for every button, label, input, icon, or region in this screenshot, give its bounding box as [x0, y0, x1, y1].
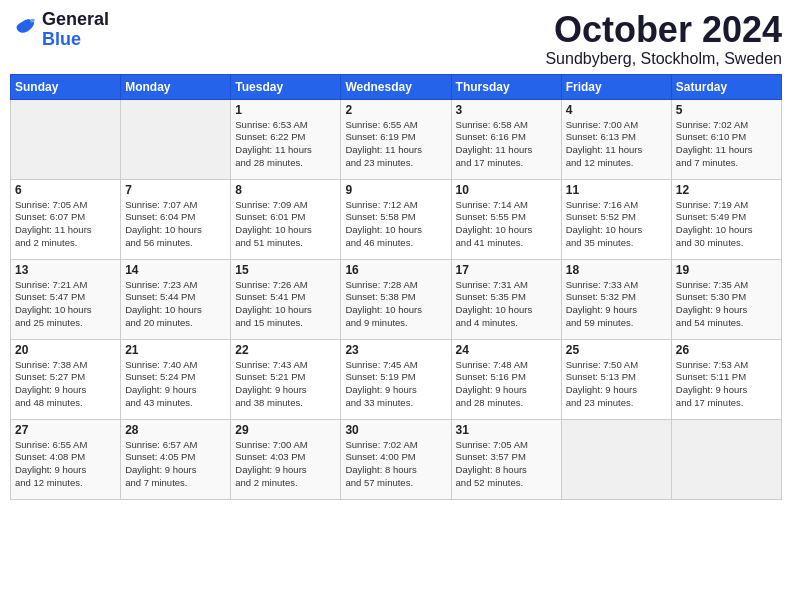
calendar-cell: 15Sunrise: 7:26 AM Sunset: 5:41 PM Dayli…: [231, 259, 341, 339]
cell-content: Sunrise: 7:48 AM Sunset: 5:16 PM Dayligh…: [456, 359, 557, 410]
calendar-cell: 31Sunrise: 7:05 AM Sunset: 3:57 PM Dayli…: [451, 419, 561, 499]
cell-content: Sunrise: 7:00 AM Sunset: 4:03 PM Dayligh…: [235, 439, 336, 490]
cell-content: Sunrise: 7:05 AM Sunset: 3:57 PM Dayligh…: [456, 439, 557, 490]
calendar-cell: [561, 419, 671, 499]
calendar-cell: 8Sunrise: 7:09 AM Sunset: 6:01 PM Daylig…: [231, 179, 341, 259]
day-number: 5: [676, 103, 777, 117]
calendar-cell: 2Sunrise: 6:55 AM Sunset: 6:19 PM Daylig…: [341, 99, 451, 179]
calendar-cell: 17Sunrise: 7:31 AM Sunset: 5:35 PM Dayli…: [451, 259, 561, 339]
logo-line1: General: [42, 10, 109, 30]
cell-content: Sunrise: 6:58 AM Sunset: 6:16 PM Dayligh…: [456, 119, 557, 170]
calendar-cell: 24Sunrise: 7:48 AM Sunset: 5:16 PM Dayli…: [451, 339, 561, 419]
day-number: 8: [235, 183, 336, 197]
day-number: 10: [456, 183, 557, 197]
day-number: 29: [235, 423, 336, 437]
calendar-cell: 9Sunrise: 7:12 AM Sunset: 5:58 PM Daylig…: [341, 179, 451, 259]
cell-content: Sunrise: 6:55 AM Sunset: 6:19 PM Dayligh…: [345, 119, 446, 170]
calendar-cell: 28Sunrise: 6:57 AM Sunset: 4:05 PM Dayli…: [121, 419, 231, 499]
calendar-cell: 5Sunrise: 7:02 AM Sunset: 6:10 PM Daylig…: [671, 99, 781, 179]
location: Sundbyberg, Stockholm, Sweden: [545, 50, 782, 68]
col-header-monday: Monday: [121, 74, 231, 99]
calendar-cell: 14Sunrise: 7:23 AM Sunset: 5:44 PM Dayli…: [121, 259, 231, 339]
cell-content: Sunrise: 7:28 AM Sunset: 5:38 PM Dayligh…: [345, 279, 446, 330]
calendar-cell: 29Sunrise: 7:00 AM Sunset: 4:03 PM Dayli…: [231, 419, 341, 499]
cell-content: Sunrise: 7:02 AM Sunset: 4:00 PM Dayligh…: [345, 439, 446, 490]
logo: General Blue: [10, 10, 109, 50]
day-number: 11: [566, 183, 667, 197]
col-header-friday: Friday: [561, 74, 671, 99]
week-row-4: 20Sunrise: 7:38 AM Sunset: 5:27 PM Dayli…: [11, 339, 782, 419]
day-number: 9: [345, 183, 446, 197]
calendar-cell: 3Sunrise: 6:58 AM Sunset: 6:16 PM Daylig…: [451, 99, 561, 179]
day-number: 26: [676, 343, 777, 357]
col-header-sunday: Sunday: [11, 74, 121, 99]
cell-content: Sunrise: 6:57 AM Sunset: 4:05 PM Dayligh…: [125, 439, 226, 490]
calendar-cell: 4Sunrise: 7:00 AM Sunset: 6:13 PM Daylig…: [561, 99, 671, 179]
day-number: 3: [456, 103, 557, 117]
day-number: 30: [345, 423, 446, 437]
calendar-cell: 30Sunrise: 7:02 AM Sunset: 4:00 PM Dayli…: [341, 419, 451, 499]
week-row-1: 1Sunrise: 6:53 AM Sunset: 6:22 PM Daylig…: [11, 99, 782, 179]
calendar-cell: 21Sunrise: 7:40 AM Sunset: 5:24 PM Dayli…: [121, 339, 231, 419]
cell-content: Sunrise: 7:26 AM Sunset: 5:41 PM Dayligh…: [235, 279, 336, 330]
col-header-thursday: Thursday: [451, 74, 561, 99]
day-number: 15: [235, 263, 336, 277]
calendar-cell: 16Sunrise: 7:28 AM Sunset: 5:38 PM Dayli…: [341, 259, 451, 339]
calendar-cell: 7Sunrise: 7:07 AM Sunset: 6:04 PM Daylig…: [121, 179, 231, 259]
cell-content: Sunrise: 7:09 AM Sunset: 6:01 PM Dayligh…: [235, 199, 336, 250]
cell-content: Sunrise: 7:38 AM Sunset: 5:27 PM Dayligh…: [15, 359, 116, 410]
cell-content: Sunrise: 7:45 AM Sunset: 5:19 PM Dayligh…: [345, 359, 446, 410]
cell-content: Sunrise: 7:35 AM Sunset: 5:30 PM Dayligh…: [676, 279, 777, 330]
title-block: October 2024 Sundbyberg, Stockholm, Swed…: [545, 10, 782, 68]
calendar-cell: 11Sunrise: 7:16 AM Sunset: 5:52 PM Dayli…: [561, 179, 671, 259]
cell-content: Sunrise: 7:00 AM Sunset: 6:13 PM Dayligh…: [566, 119, 667, 170]
cell-content: Sunrise: 7:40 AM Sunset: 5:24 PM Dayligh…: [125, 359, 226, 410]
day-number: 6: [15, 183, 116, 197]
calendar-cell: 13Sunrise: 7:21 AM Sunset: 5:47 PM Dayli…: [11, 259, 121, 339]
cell-content: Sunrise: 7:50 AM Sunset: 5:13 PM Dayligh…: [566, 359, 667, 410]
cell-content: Sunrise: 7:07 AM Sunset: 6:04 PM Dayligh…: [125, 199, 226, 250]
cell-content: Sunrise: 7:16 AM Sunset: 5:52 PM Dayligh…: [566, 199, 667, 250]
cell-content: Sunrise: 6:55 AM Sunset: 4:08 PM Dayligh…: [15, 439, 116, 490]
calendar-cell: [11, 99, 121, 179]
day-number: 19: [676, 263, 777, 277]
calendar-cell: 19Sunrise: 7:35 AM Sunset: 5:30 PM Dayli…: [671, 259, 781, 339]
day-number: 1: [235, 103, 336, 117]
day-number: 24: [456, 343, 557, 357]
day-number: 16: [345, 263, 446, 277]
day-number: 14: [125, 263, 226, 277]
day-number: 17: [456, 263, 557, 277]
col-header-saturday: Saturday: [671, 74, 781, 99]
calendar-cell: [121, 99, 231, 179]
calendar-cell: [671, 419, 781, 499]
day-number: 7: [125, 183, 226, 197]
cell-content: Sunrise: 7:53 AM Sunset: 5:11 PM Dayligh…: [676, 359, 777, 410]
col-header-tuesday: Tuesday: [231, 74, 341, 99]
calendar-cell: 25Sunrise: 7:50 AM Sunset: 5:13 PM Dayli…: [561, 339, 671, 419]
cell-content: Sunrise: 7:19 AM Sunset: 5:49 PM Dayligh…: [676, 199, 777, 250]
cell-content: Sunrise: 6:53 AM Sunset: 6:22 PM Dayligh…: [235, 119, 336, 170]
calendar-cell: 18Sunrise: 7:33 AM Sunset: 5:32 PM Dayli…: [561, 259, 671, 339]
week-row-2: 6Sunrise: 7:05 AM Sunset: 6:07 PM Daylig…: [11, 179, 782, 259]
page-header: General Blue October 2024 Sundbyberg, St…: [10, 10, 782, 68]
month-title: October 2024: [545, 10, 782, 50]
day-number: 4: [566, 103, 667, 117]
calendar-cell: 26Sunrise: 7:53 AM Sunset: 5:11 PM Dayli…: [671, 339, 781, 419]
cell-content: Sunrise: 7:23 AM Sunset: 5:44 PM Dayligh…: [125, 279, 226, 330]
calendar-cell: 27Sunrise: 6:55 AM Sunset: 4:08 PM Dayli…: [11, 419, 121, 499]
logo-icon: [10, 16, 38, 44]
day-number: 2: [345, 103, 446, 117]
calendar-table: SundayMondayTuesdayWednesdayThursdayFrid…: [10, 74, 782, 500]
cell-content: Sunrise: 7:21 AM Sunset: 5:47 PM Dayligh…: [15, 279, 116, 330]
calendar-cell: 20Sunrise: 7:38 AM Sunset: 5:27 PM Dayli…: [11, 339, 121, 419]
calendar-header-row: SundayMondayTuesdayWednesdayThursdayFrid…: [11, 74, 782, 99]
calendar-cell: 1Sunrise: 6:53 AM Sunset: 6:22 PM Daylig…: [231, 99, 341, 179]
day-number: 21: [125, 343, 226, 357]
calendar-cell: 6Sunrise: 7:05 AM Sunset: 6:07 PM Daylig…: [11, 179, 121, 259]
day-number: 28: [125, 423, 226, 437]
day-number: 12: [676, 183, 777, 197]
cell-content: Sunrise: 7:31 AM Sunset: 5:35 PM Dayligh…: [456, 279, 557, 330]
day-number: 25: [566, 343, 667, 357]
cell-content: Sunrise: 7:43 AM Sunset: 5:21 PM Dayligh…: [235, 359, 336, 410]
cell-content: Sunrise: 7:12 AM Sunset: 5:58 PM Dayligh…: [345, 199, 446, 250]
